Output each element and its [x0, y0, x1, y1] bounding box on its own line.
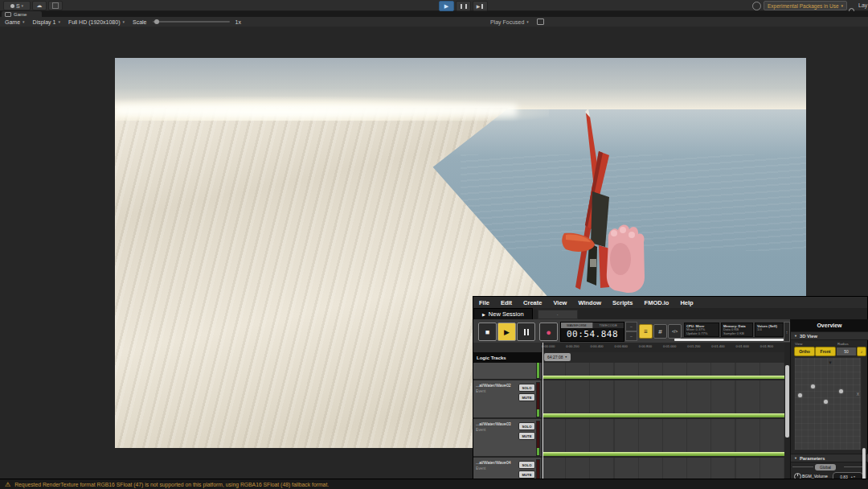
list-icon: ≡ [644, 328, 648, 335]
solo-button[interactable]: SOLO [518, 384, 535, 392]
mute-button[interactable]: MUTE [518, 432, 535, 440]
tab-new-session[interactable]: ▶ New Session [473, 308, 533, 319]
play-button-fmod[interactable]: ▶ [497, 323, 516, 341]
ruler-tick: 0:00.600 [615, 343, 639, 352]
stop-button[interactable]: ■ [478, 323, 497, 341]
grid-button[interactable] [48, 1, 63, 10]
layers-dropdown[interactable]: Lay [858, 2, 867, 8]
capture-button[interactable] [537, 18, 544, 25]
chevron-down-icon: ▾ [122, 19, 125, 24]
transport-resize-handle[interactable]: ↕ [784, 322, 790, 342]
3d-view-canvas[interactable]: ▼ X [794, 357, 862, 450]
voices-stat-panel[interactable]: Voices (Self) 1/4 [755, 323, 784, 337]
account-button[interactable]: S ▾ [3, 1, 31, 10]
experimental-packages-button[interactable]: Experimental Packages in Use ▾ [764, 1, 847, 10]
menu-file[interactable]: File [473, 299, 495, 306]
track-name: ...al/Water/Wave04 [476, 460, 511, 465]
cloud-button[interactable]: ☁ [32, 1, 47, 10]
follow-button[interactable]: – [625, 331, 637, 341]
ruler-tick: 0:00.800 [639, 343, 663, 352]
master-level-meter [674, 339, 784, 341]
resolution-dropdown[interactable]: Full HD (1920x1080) ▾ [68, 19, 125, 25]
audition-button[interactable]: ♪ [857, 347, 866, 356]
menu-view[interactable]: View [547, 299, 572, 306]
playhead[interactable] [542, 343, 543, 489]
camera-icon [537, 18, 544, 25]
front-button[interactable]: Front [815, 347, 836, 356]
pause-button-fmod[interactable] [517, 323, 535, 341]
time-mode-toggles: WAVEFORM TIMECODE [561, 323, 624, 328]
timecode-toggle[interactable]: TIMECODE [592, 323, 624, 328]
ruler-corner [473, 343, 542, 352]
track-lane[interactable] [542, 419, 784, 456]
game-view-menu[interactable]: Game ▾ [5, 19, 25, 25]
track-type: Event [476, 428, 485, 432]
menu-window[interactable]: Window [572, 299, 607, 306]
menu-help[interactable]: Help [674, 299, 698, 306]
section-parameters[interactable]: ▼ Parameters [791, 454, 868, 462]
code-icon: </> [672, 329, 678, 334]
note-icon: ♪ [861, 349, 863, 354]
preview-packages-icon[interactable] [752, 2, 761, 10]
track-type: Event [476, 389, 485, 393]
triangle-right-icon: ▶ [482, 312, 485, 317]
scale-slider-knob[interactable] [154, 19, 159, 24]
track-row[interactable]: ...al/Water/Wave02 Event SOLO MUTE [473, 379, 784, 417]
time-display: WAVEFORM TIMECODE 00:54.848 [560, 322, 624, 342]
ortho-button[interactable]: Ortho [794, 347, 815, 356]
api-capture-button[interactable]: </> [668, 324, 682, 339]
sound-source-dot [798, 393, 802, 397]
sound-source-dot [811, 384, 815, 388]
memory-stat-panel[interactable]: Memory: Data Data 0 KB Sampler 0 KB [721, 323, 753, 337]
tracks-scrollbar[interactable] [784, 343, 790, 489]
step-button[interactable]: ▶ [473, 1, 488, 11]
warning-message: Requested RenderTexture format RGB16 SFl… [14, 482, 329, 487]
waveform-toggle[interactable]: WAVEFORM [561, 323, 592, 328]
menu-fmod-io[interactable]: FMOD.io [639, 299, 675, 306]
track-name: ...al/Water/Wave03 [476, 421, 511, 426]
cpu-stat-panel[interactable]: CPU: Mixer Mixer 0.37% Update 0.77% [684, 323, 719, 337]
sound-source-dot [824, 400, 828, 404]
track-meter [536, 421, 540, 456]
menu-edit[interactable]: Edit [495, 299, 518, 306]
tracks-area: ...al/Water/Wave02 Event SOLO MUTE ...al… [473, 363, 784, 489]
timeline-marker[interactable]: 64:27:08 ▼ [544, 353, 571, 361]
record-button[interactable]: ● [539, 323, 558, 341]
axis-x-label: X [857, 392, 859, 397]
fmod-menubar: File Edit Create View Window Scripts FMO… [473, 297, 867, 309]
play-focused-dropdown[interactable]: Play Focused ▾ [490, 19, 529, 25]
global-label: Global [815, 464, 836, 471]
radius-value[interactable]: 50 [836, 347, 857, 356]
loop-button[interactable]: – [625, 322, 637, 331]
section-3d-view[interactable]: ▼ 3D View [791, 331, 868, 340]
scale-slider[interactable] [153, 21, 230, 23]
table-view-button[interactable]: # [653, 324, 667, 339]
track-row[interactable]: ...al/Water/Wave03 Event SOLO MUTE [473, 417, 784, 456]
tracks-view-button[interactable]: ≡ [639, 324, 653, 339]
ruler-tick: 0:01.800 [760, 343, 784, 352]
solo-button[interactable]: SOLO [518, 461, 535, 469]
caret-down-icon: ▼ [564, 355, 567, 359]
menu-create[interactable]: Create [518, 299, 547, 306]
menu-scripts[interactable]: Scripts [607, 299, 638, 306]
sound-source-dot [839, 389, 843, 393]
pause-button[interactable] [456, 1, 471, 11]
ruler-tick: 0:00.000 [542, 343, 566, 352]
chevron-down-icon: ▾ [23, 19, 25, 24]
play-button[interactable]: ▶ [439, 1, 454, 11]
add-tab-button[interactable]: · [538, 310, 578, 319]
timecode-value: 00:54.848 [561, 328, 624, 340]
solo-button[interactable]: SOLO [518, 422, 535, 430]
display-dropdown[interactable]: Display 1 ▾ [33, 19, 60, 25]
ruler-tick: 0:00.200 [566, 343, 590, 352]
account-label: S [16, 3, 20, 9]
mute-button[interactable]: MUTE [518, 393, 535, 401]
status-bar[interactable]: ⚠ Requested RenderTexture format RGB16 S… [0, 479, 868, 489]
tab-game-window[interactable]: Game [2, 11, 42, 17]
overview-panel: Overview ▼ 3D View View Radius Ortho Fro… [790, 319, 867, 489]
unity-toolbar: S ▾ ☁ ▶ ▶ Experimental Packages in Use ▾… [0, 0, 868, 11]
radius-label: Radius [837, 342, 849, 346]
track-lane[interactable] [542, 380, 784, 417]
tracks-scrollbar-thumb[interactable] [785, 365, 789, 438]
mute-button[interactable]: MUTE [518, 471, 535, 479]
